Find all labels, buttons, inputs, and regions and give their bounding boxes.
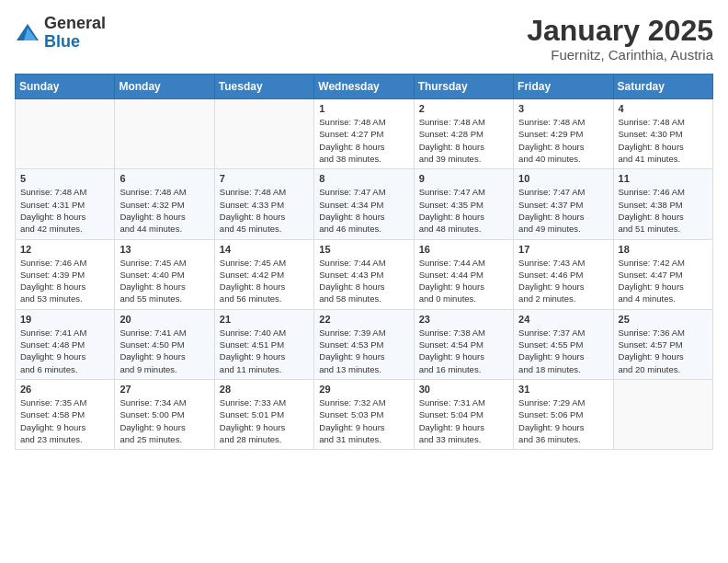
day-number: 5 <box>20 173 109 184</box>
day-info: Sunrise: 7:37 AMSunset: 4:55 PMDaylight:… <box>518 327 608 375</box>
calendar-cell: 18Sunrise: 7:42 AMSunset: 4:47 PMDayligh… <box>613 239 712 309</box>
day-info: Sunrise: 7:32 AMSunset: 5:03 PMDaylight:… <box>319 396 408 445</box>
calendar-day-header: Saturday <box>613 75 712 99</box>
calendar-cell <box>115 99 214 169</box>
day-info: Sunrise: 7:36 AMSunset: 4:57 PMDaylight:… <box>619 327 708 375</box>
day-info: Sunrise: 7:33 AMSunset: 5:01 PMDaylight:… <box>220 396 309 445</box>
day-info: Sunrise: 7:47 AMSunset: 4:37 PMDaylight:… <box>518 186 608 235</box>
calendar-cell: 24Sunrise: 7:37 AMSunset: 4:55 PMDayligh… <box>514 309 613 379</box>
calendar-cell: 3Sunrise: 7:48 AMSunset: 4:29 PMDaylight… <box>514 99 613 169</box>
day-number: 12 <box>20 244 109 255</box>
calendar-day-header: Sunday <box>16 75 115 99</box>
calendar-cell <box>214 99 313 169</box>
calendar-week-row: 19Sunrise: 7:41 AMSunset: 4:48 PMDayligh… <box>16 309 713 379</box>
day-number: 19 <box>20 314 109 325</box>
calendar-cell: 20Sunrise: 7:41 AMSunset: 4:50 PMDayligh… <box>115 309 214 379</box>
calendar-cell <box>16 99 115 169</box>
calendar-cell: 9Sunrise: 7:47 AMSunset: 4:35 PMDaylight… <box>414 169 513 239</box>
day-info: Sunrise: 7:46 AMSunset: 4:39 PMDaylight:… <box>20 257 109 305</box>
calendar-cell: 21Sunrise: 7:40 AMSunset: 4:51 PMDayligh… <box>214 309 313 379</box>
calendar-week-row: 5Sunrise: 7:48 AMSunset: 4:31 PMDaylight… <box>16 169 713 239</box>
logo-icon <box>15 20 40 46</box>
day-info: Sunrise: 7:41 AMSunset: 4:50 PMDaylight:… <box>119 327 209 375</box>
calendar-cell: 10Sunrise: 7:47 AMSunset: 4:37 PMDayligh… <box>514 169 613 239</box>
calendar-cell: 15Sunrise: 7:44 AMSunset: 4:43 PMDayligh… <box>314 239 414 309</box>
calendar-day-header: Wednesday <box>314 75 414 99</box>
logo: General Blue <box>15 15 106 52</box>
calendar-cell: 4Sunrise: 7:48 AMSunset: 4:30 PMDaylight… <box>613 99 712 169</box>
day-info: Sunrise: 7:48 AMSunset: 4:32 PMDaylight:… <box>119 186 209 235</box>
calendar-cell: 16Sunrise: 7:44 AMSunset: 4:44 PMDayligh… <box>414 239 513 309</box>
day-info: Sunrise: 7:44 AMSunset: 4:44 PMDaylight:… <box>419 257 508 305</box>
calendar-table: SundayMondayTuesdayWednesdayThursdayFrid… <box>15 74 713 450</box>
calendar-week-row: 12Sunrise: 7:46 AMSunset: 4:39 PMDayligh… <box>16 239 713 309</box>
calendar-cell: 13Sunrise: 7:45 AMSunset: 4:40 PMDayligh… <box>115 239 214 309</box>
day-info: Sunrise: 7:40 AMSunset: 4:51 PMDaylight:… <box>220 327 309 375</box>
day-number: 4 <box>619 103 708 114</box>
day-info: Sunrise: 7:48 AMSunset: 4:31 PMDaylight:… <box>20 186 109 235</box>
calendar-cell: 5Sunrise: 7:48 AMSunset: 4:31 PMDaylight… <box>16 169 115 239</box>
calendar-header-row: SundayMondayTuesdayWednesdayThursdayFrid… <box>16 75 713 99</box>
calendar-cell: 6Sunrise: 7:48 AMSunset: 4:32 PMDaylight… <box>115 169 214 239</box>
day-info: Sunrise: 7:35 AMSunset: 4:58 PMDaylight:… <box>20 396 109 445</box>
calendar-cell: 30Sunrise: 7:31 AMSunset: 5:04 PMDayligh… <box>414 379 513 449</box>
day-number: 15 <box>319 244 408 255</box>
day-number: 30 <box>419 384 508 395</box>
calendar-week-row: 1Sunrise: 7:48 AMSunset: 4:27 PMDaylight… <box>16 99 713 169</box>
day-info: Sunrise: 7:47 AMSunset: 4:34 PMDaylight:… <box>319 186 408 235</box>
day-number: 9 <box>419 173 508 184</box>
day-info: Sunrise: 7:47 AMSunset: 4:35 PMDaylight:… <box>419 186 508 235</box>
calendar-cell: 27Sunrise: 7:34 AMSunset: 5:00 PMDayligh… <box>115 379 214 449</box>
day-info: Sunrise: 7:43 AMSunset: 4:46 PMDaylight:… <box>518 257 608 305</box>
day-number: 13 <box>119 244 209 255</box>
day-info: Sunrise: 7:48 AMSunset: 4:28 PMDaylight:… <box>419 116 508 165</box>
day-number: 17 <box>518 244 608 255</box>
day-number: 21 <box>220 314 309 325</box>
day-number: 3 <box>518 103 608 114</box>
calendar-cell: 2Sunrise: 7:48 AMSunset: 4:28 PMDaylight… <box>414 99 513 169</box>
day-number: 1 <box>319 103 408 114</box>
day-number: 18 <box>619 244 708 255</box>
day-info: Sunrise: 7:39 AMSunset: 4:53 PMDaylight:… <box>319 327 408 375</box>
calendar-day-header: Friday <box>514 75 613 99</box>
day-number: 11 <box>619 173 708 184</box>
calendar-cell: 23Sunrise: 7:38 AMSunset: 4:54 PMDayligh… <box>414 309 513 379</box>
calendar-day-header: Tuesday <box>214 75 313 99</box>
day-info: Sunrise: 7:48 AMSunset: 4:30 PMDaylight:… <box>619 116 708 165</box>
day-number: 22 <box>319 314 408 325</box>
calendar-cell: 14Sunrise: 7:45 AMSunset: 4:42 PMDayligh… <box>214 239 313 309</box>
day-number: 16 <box>419 244 508 255</box>
calendar-cell: 29Sunrise: 7:32 AMSunset: 5:03 PMDayligh… <box>314 379 414 449</box>
day-number: 8 <box>319 173 408 184</box>
calendar-cell: 11Sunrise: 7:46 AMSunset: 4:38 PMDayligh… <box>613 169 712 239</box>
day-number: 2 <box>419 103 508 114</box>
day-info: Sunrise: 7:46 AMSunset: 4:38 PMDaylight:… <box>619 186 708 235</box>
day-info: Sunrise: 7:42 AMSunset: 4:47 PMDaylight:… <box>619 257 708 305</box>
calendar-cell: 28Sunrise: 7:33 AMSunset: 5:01 PMDayligh… <box>214 379 313 449</box>
day-number: 14 <box>220 244 309 255</box>
day-number: 26 <box>20 384 109 395</box>
day-info: Sunrise: 7:45 AMSunset: 4:42 PMDaylight:… <box>220 257 309 305</box>
day-number: 28 <box>220 384 309 395</box>
calendar-cell: 26Sunrise: 7:35 AMSunset: 4:58 PMDayligh… <box>16 379 115 449</box>
day-number: 23 <box>419 314 508 325</box>
calendar-cell: 25Sunrise: 7:36 AMSunset: 4:57 PMDayligh… <box>613 309 712 379</box>
calendar-cell: 31Sunrise: 7:29 AMSunset: 5:06 PMDayligh… <box>514 379 613 449</box>
day-number: 20 <box>119 314 209 325</box>
title-block: January 2025 Fuernitz, Carinthia, Austri… <box>527 15 713 63</box>
page-header: General Blue January 2025 Fuernitz, Cari… <box>15 15 713 63</box>
calendar-week-row: 26Sunrise: 7:35 AMSunset: 4:58 PMDayligh… <box>16 379 713 449</box>
calendar-cell <box>613 379 712 449</box>
day-info: Sunrise: 7:38 AMSunset: 4:54 PMDaylight:… <box>419 327 508 375</box>
day-number: 6 <box>119 173 209 184</box>
calendar-cell: 7Sunrise: 7:48 AMSunset: 4:33 PMDaylight… <box>214 169 313 239</box>
calendar-cell: 8Sunrise: 7:47 AMSunset: 4:34 PMDaylight… <box>314 169 414 239</box>
day-info: Sunrise: 7:45 AMSunset: 4:40 PMDaylight:… <box>119 257 209 305</box>
day-info: Sunrise: 7:41 AMSunset: 4:48 PMDaylight:… <box>20 327 109 375</box>
page-title: January 2025 <box>527 15 713 47</box>
calendar-cell: 19Sunrise: 7:41 AMSunset: 4:48 PMDayligh… <box>16 309 115 379</box>
day-info: Sunrise: 7:31 AMSunset: 5:04 PMDaylight:… <box>419 396 508 445</box>
day-number: 24 <box>518 314 608 325</box>
day-number: 7 <box>220 173 309 184</box>
day-info: Sunrise: 7:34 AMSunset: 5:00 PMDaylight:… <box>119 396 209 445</box>
